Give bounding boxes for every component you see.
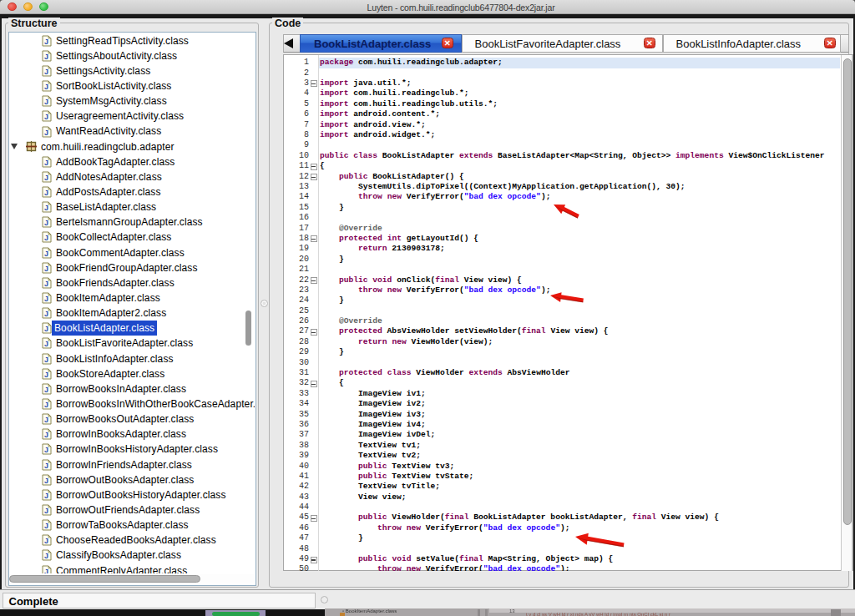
svg-text:J: J [44, 189, 48, 197]
svg-text:J: J [44, 401, 48, 409]
svg-text:J: J [44, 325, 48, 333]
svg-text:J: J [44, 83, 48, 91]
svg-text:J: J [44, 356, 48, 364]
svg-text:J: J [44, 537, 48, 545]
svg-text:J: J [44, 234, 48, 242]
svg-text:J: J [44, 386, 48, 394]
svg-text:J: J [44, 159, 48, 167]
svg-text:J: J [44, 310, 48, 318]
svg-text:J: J [44, 295, 48, 303]
svg-text:J: J [44, 98, 48, 106]
svg-text:J: J [44, 113, 48, 121]
svg-text:J: J [44, 53, 48, 61]
svg-text:J: J [44, 507, 48, 515]
svg-text:J: J [44, 204, 48, 212]
svg-text:J: J [44, 280, 48, 288]
svg-text:J: J [44, 416, 48, 424]
svg-text:J: J [44, 340, 48, 348]
svg-text:J: J [44, 250, 48, 258]
svg-text:J: J [44, 568, 48, 573]
svg-text:J: J [44, 522, 48, 530]
svg-text:J: J [44, 129, 48, 137]
svg-text:J: J [44, 219, 48, 227]
svg-text:J: J [44, 492, 48, 500]
svg-text:J: J [44, 477, 48, 485]
svg-text:J: J [44, 371, 48, 379]
svg-text:J: J [44, 174, 48, 182]
svg-text:J: J [44, 431, 48, 439]
svg-text:J: J [44, 462, 48, 470]
svg-text:J: J [44, 38, 48, 46]
svg-text:J: J [44, 446, 48, 454]
svg-text:J: J [44, 68, 48, 76]
svg-text:J: J [44, 552, 48, 560]
svg-text:J: J [44, 265, 48, 273]
